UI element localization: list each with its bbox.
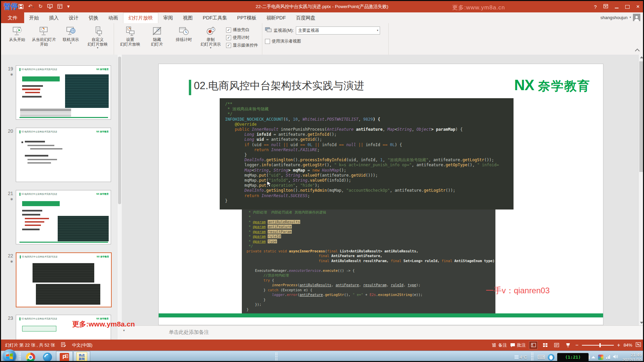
tab-10[interactable]: PPT模板 — [232, 12, 261, 23]
avatar[interactable] — [633, 14, 640, 21]
rehearse-timings-button[interactable]: 排练计时 — [170, 24, 197, 55]
tab-3[interactable]: 设计 — [64, 12, 84, 23]
slide-watermark: 一手v：qianren03 — [486, 285, 550, 296]
titlebar-watermark: 更多:www.ym8a.cn — [452, 4, 505, 11]
monitor-select[interactable]: 主要监视器 ▾ — [296, 26, 380, 35]
thumbnail-preview[interactable]: 02.电商风控中台架构技术实践与演进NX 奈学教育 — [16, 65, 111, 120]
ribbon-options-icon[interactable] — [603, 4, 608, 10]
use-presenter-view-checkbox[interactable]: 使用演示者视图 — [265, 39, 386, 44]
tab-1[interactable]: 开始 — [24, 12, 44, 23]
checkbox: ✓ — [226, 43, 231, 48]
tab-12[interactable]: 百度网盘 — [291, 12, 320, 23]
present-online-button[interactable]: 联机演示▾ — [57, 24, 84, 55]
slideshow-view-button[interactable] — [564, 342, 572, 349]
restore-button[interactable] — [625, 5, 630, 9]
proofing-icon[interactable] — [61, 342, 66, 348]
zoom-slider[interactable] — [582, 345, 614, 346]
keyboard-icon[interactable]: ⌨ — [537, 354, 545, 360]
window-title: 22-二手电商风控中台实践与演进.pptx - PowerPoint(产品激活失… — [1, 4, 643, 10]
recorder-pause-overlay[interactable]: 暂停 — [4, 2, 18, 11]
start-button[interactable] — [2, 349, 16, 362]
taskbar-news-icon[interactable]: 热点新闻 — [73, 351, 90, 362]
title-accent-bar — [189, 80, 191, 95]
scroll-down-arrow[interactable] — [640, 322, 643, 324]
taskbar: P 热点新闻 4°C ⌨ (1:21) 21:49 2022/1/10 — [1, 351, 643, 362]
taskbar-clock[interactable]: 21:49 2022/1/10 — [622, 352, 642, 362]
tab-4[interactable]: 切换 — [84, 12, 103, 23]
set-up-slideshow-button[interactable]: 设置 幻灯片放映 — [117, 24, 144, 55]
collapse-ribbon-button[interactable] — [635, 49, 640, 53]
tray-app-icon[interactable] — [598, 355, 603, 360]
thumbnail-preview[interactable]: 02.电商风控中台架构技术实践与演进NX 奈学教育 — [16, 190, 111, 244]
weather-indicator[interactable]: 4°C — [515, 355, 527, 360]
custom-slideshow-button[interactable]: 自定义 幻灯片放映▾ — [84, 24, 111, 55]
thumbnail-scrollbar[interactable] — [117, 55, 122, 340]
slide-canvas[interactable]: 02.电商风控中台架构技术实践与演进 NX 奈学教育 /** * 游戏商品未验号… — [159, 64, 603, 325]
rehearse-timings-icon — [179, 25, 189, 37]
tab-9[interactable]: PDF工具集 — [198, 12, 232, 23]
monitor-field-label: 监视器(M): — [274, 28, 294, 34]
notes-button[interactable]: 备注 — [492, 342, 507, 348]
taskbar-grip — [275, 352, 277, 362]
zoom-out-button[interactable]: − — [575, 342, 578, 348]
tray-expand-icon[interactable] — [591, 356, 595, 358]
window-controls: ? × — [594, 1, 640, 12]
reading-view-button[interactable] — [552, 342, 560, 349]
zoom-slider-thumb[interactable] — [599, 343, 601, 347]
use-timings-checkbox[interactable]: ✓使用计时 — [226, 35, 258, 41]
tab-file[interactable]: 文件 — [1, 12, 24, 23]
code-screenshot-2[interactable]: /** * 内部处理 内部处罚或者 其他内部操作的逻辑 * * @param a… — [242, 202, 495, 315]
slide-number: 20 — [3, 128, 13, 134]
close-button[interactable]: × — [636, 3, 640, 10]
start-from-current-slide-icon — [39, 25, 49, 37]
record-slideshow-button[interactable]: 录制 幻灯片演示▾ — [197, 24, 224, 55]
fit-slide-button[interactable] — [636, 342, 641, 348]
thumbnail-preview[interactable]: 02.电商风控中台架构技术实践与演进NX 奈学教育 — [16, 252, 112, 307]
taskbar-powerpoint-icon[interactable]: P — [56, 351, 73, 362]
thumbnail-preview[interactable]: 02.电商风控中台架构技术实践与演进NX 奈学教育 — [16, 128, 111, 182]
tab-2[interactable]: 插入 — [44, 12, 64, 23]
tab-7[interactable]: 审阅 — [158, 12, 178, 23]
animation-star-icon: ✱ — [3, 260, 13, 263]
tab-11[interactable]: 福昕PDF — [261, 12, 291, 23]
taskbar-grip — [531, 352, 533, 362]
taskbar-grip — [18, 352, 21, 362]
play-narrations-checkbox[interactable]: ✓播放旁白 — [226, 27, 258, 33]
slide-sorter-view-button[interactable] — [541, 342, 549, 349]
start-from-current-slide-button[interactable]: 从当前幻灯片 开始 — [31, 24, 57, 55]
comments-button[interactable]: 批注 — [510, 342, 526, 348]
ribbon-tab-row: 文件开始插入设计切换动画幻灯片放映审阅视图PDF工具集PPT模板福昕PDF百度网… — [1, 12, 643, 23]
volume-icon[interactable] — [613, 354, 618, 360]
notes-pane[interactable]: ▾ 单击此处添加备注 — [122, 325, 644, 340]
slide-title[interactable]: 02.电商风控中台架构技术实践与演进 — [194, 79, 364, 93]
start-from-beginning-button[interactable]: 从头开始 — [4, 24, 31, 55]
scroll-up-arrow[interactable] — [640, 56, 643, 58]
notes-placeholder[interactable]: 单击此处添加备注 — [169, 329, 209, 336]
tab-8[interactable]: 视图 — [178, 12, 198, 23]
show-media-controls-checkbox[interactable]: ✓显示媒体控件 — [226, 43, 258, 48]
tab-5[interactable]: 动画 — [103, 12, 123, 23]
zoom-level[interactable]: 84% — [624, 343, 632, 348]
scrollbar-thumb[interactable] — [639, 61, 643, 172]
hide-slide-button[interactable]: 隐藏 幻灯片 — [144, 24, 170, 55]
code-screenshot-1[interactable]: /** * 游戏商品未验号隐藏 */INFOHIDE_NOCHECK_ACCOU… — [220, 98, 514, 209]
minimize-button[interactable] — [615, 7, 619, 8]
tab-6[interactable]: 幻灯片放映 — [123, 12, 158, 23]
qq-icon[interactable] — [548, 354, 554, 361]
taskbar-chrome-icon[interactable] — [22, 351, 39, 362]
language-indicator[interactable]: 中文(中国) — [72, 342, 93, 348]
taskbar-browser-icon[interactable] — [39, 351, 55, 362]
zoom-in-button[interactable]: + — [617, 342, 620, 348]
slide-number: 21✱ — [3, 191, 13, 201]
normal-view-button[interactable] — [529, 341, 538, 349]
chevron-down-icon: ▾ — [70, 42, 71, 45]
record-slideshow-icon — [206, 25, 216, 37]
notes-collapse-icon[interactable]: ▾ — [123, 328, 125, 332]
vertical-scrollbar[interactable] — [638, 55, 644, 325]
battery-timer[interactable]: (1:21) — [557, 353, 589, 362]
help-icon[interactable]: ? — [594, 4, 597, 10]
clock-time: 21:49 — [631, 352, 642, 357]
account-area[interactable]: shangshoujun ▾ — [600, 14, 640, 21]
network-signal-icon[interactable] — [606, 355, 610, 359]
nx-logo: NX 奈学教育 — [514, 77, 590, 95]
